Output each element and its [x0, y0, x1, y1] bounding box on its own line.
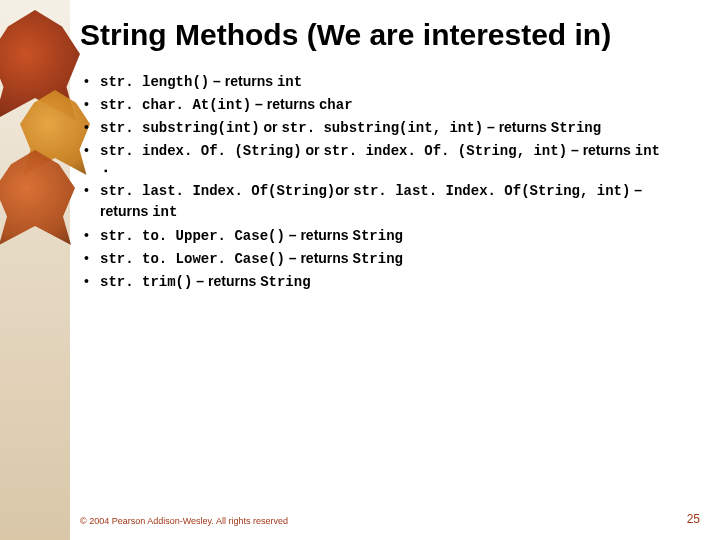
method-code: str. char. At(int)	[100, 97, 251, 113]
return-type: int	[635, 143, 660, 159]
method-code-alt: str. index. Of. (String, int)	[323, 143, 567, 159]
method-code: str. to. Lower. Case()	[100, 251, 285, 267]
return-type: int	[277, 74, 302, 90]
slide: String Methods (We are interested in) st…	[0, 0, 720, 540]
content-area: String Methods (We are interested in) st…	[80, 18, 690, 510]
or-text: or	[335, 182, 353, 198]
method-code: str. substring(int)	[100, 120, 260, 136]
return-type: int	[152, 204, 177, 220]
or-text: or	[260, 119, 282, 135]
return-type: String	[551, 120, 601, 136]
method-code-alt: str. last. Index. Of(String, int)	[353, 183, 630, 199]
bullet-item: str. to. Lower. Case() – returns String	[80, 248, 690, 269]
return-type: char	[319, 97, 353, 113]
returns-label: – returns	[251, 96, 319, 112]
or-text: or	[302, 142, 324, 158]
bullet-item: str. last. Index. Of(String)or str. last…	[80, 180, 690, 223]
returns-label: – returns	[483, 119, 551, 135]
return-type: String	[353, 228, 403, 244]
copyright-footer: © 2004 Pearson Addison-Wesley. All right…	[80, 516, 288, 526]
return-type: String	[353, 251, 403, 267]
bullet-item: str. to. Upper. Case() – returns String	[80, 225, 690, 246]
method-code: str. last. Index. Of(String)	[100, 183, 335, 199]
returns-label: – returns	[285, 227, 353, 243]
sub-bullet	[80, 164, 690, 179]
bullet-item: str. substring(int) or str. substring(in…	[80, 117, 690, 138]
page-number: 25	[687, 512, 700, 526]
method-code: str. index. Of. (String)	[100, 143, 302, 159]
returns-label: – returns	[567, 142, 635, 158]
bullet-item: str. index. Of. (String) or str. index. …	[80, 140, 690, 161]
bullet-item: str. length() – returns int	[80, 71, 690, 92]
bullet-item: str. trim() – returns String	[80, 271, 690, 292]
returns-label: – returns	[192, 273, 260, 289]
bullet-list: str. length() – returns intstr. char. At…	[80, 71, 690, 293]
returns-label: – returns	[285, 250, 353, 266]
method-code-alt: str. substring(int, int)	[281, 120, 483, 136]
method-code: str. trim()	[100, 274, 192, 290]
returns-label: – returns	[209, 73, 277, 89]
return-type: String	[260, 274, 310, 290]
bullet-item: str. char. At(int) – returns char	[80, 94, 690, 115]
method-code: str. to. Upper. Case()	[100, 228, 285, 244]
method-code: str. length()	[100, 74, 209, 90]
slide-title: String Methods (We are interested in)	[80, 18, 690, 53]
